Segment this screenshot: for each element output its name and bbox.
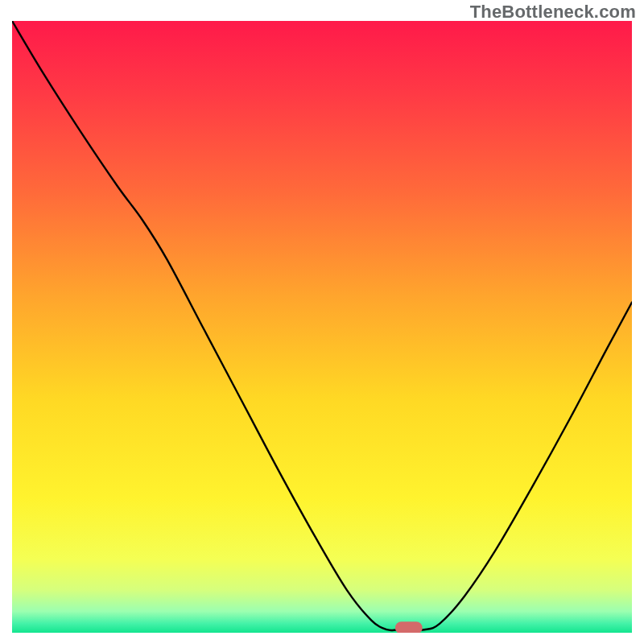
bottleneck-chart	[12, 21, 632, 633]
gradient-background	[12, 21, 632, 633]
attribution-label: TheBottleneck.com	[470, 2, 636, 23]
chart-container: TheBottleneck.com	[0, 0, 644, 644]
optimal-marker	[395, 621, 423, 633]
chart-svg	[12, 21, 632, 633]
